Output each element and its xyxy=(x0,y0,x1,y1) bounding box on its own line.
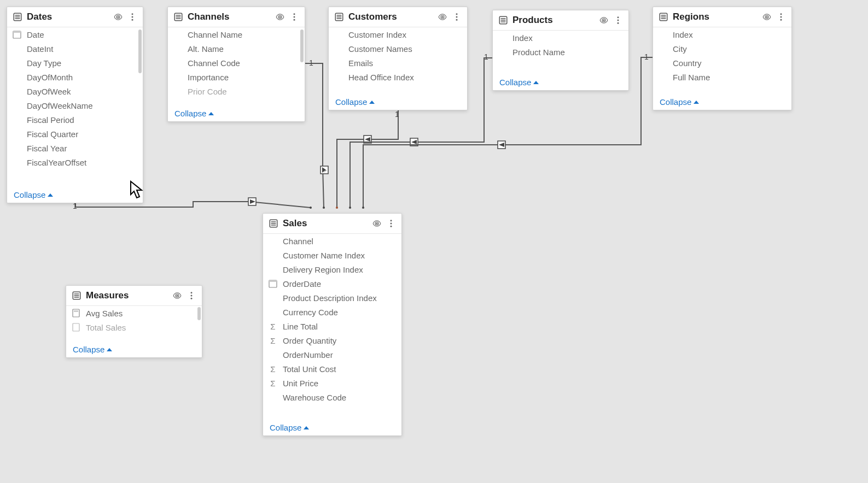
svg-rect-54 xyxy=(661,18,666,19)
field-item[interactable]: Product Description Index xyxy=(263,291,401,305)
field-item[interactable]: Emails xyxy=(329,56,467,70)
svg-point-50 xyxy=(617,22,619,24)
field-item[interactable]: City xyxy=(653,42,791,56)
field-item[interactable]: Country xyxy=(653,56,791,70)
field-item[interactable]: Warehouse Code xyxy=(263,390,401,404)
svg-point-64 xyxy=(391,220,392,221)
eye-icon[interactable] xyxy=(113,12,123,22)
field-item[interactable]: Customer Index xyxy=(329,27,467,42)
field-label: DayOfMonth xyxy=(27,73,73,82)
field-item[interactable]: Fiscal Year xyxy=(7,141,143,155)
more-icon[interactable] xyxy=(386,219,396,228)
collapse-button[interactable]: Collapse xyxy=(66,341,202,357)
more-icon[interactable] xyxy=(776,12,786,22)
chevron-up-icon xyxy=(369,101,375,104)
more-icon[interactable] xyxy=(452,12,462,22)
field-item[interactable]: Channel Code xyxy=(168,56,305,70)
field-item[interactable]: ΣLine Total xyxy=(263,319,401,333)
field-item[interactable]: Date xyxy=(7,27,143,42)
field-item[interactable]: Alt. Name xyxy=(168,42,305,56)
collapse-button[interactable]: Collapse xyxy=(263,420,401,435)
eye-icon[interactable] xyxy=(438,12,447,22)
svg-rect-18 xyxy=(15,15,20,16)
field-item[interactable]: OrderDate xyxy=(263,276,401,291)
more-icon[interactable] xyxy=(187,291,196,301)
table-sales[interactable]: Sales Channel Customer Name Index Delive… xyxy=(263,213,402,436)
sigma-icon: Σ xyxy=(269,364,277,373)
collapse-button[interactable]: Collapse xyxy=(493,74,628,90)
eye-icon[interactable] xyxy=(372,219,382,228)
field-item[interactable]: Currency Code xyxy=(263,305,401,319)
field-item[interactable]: Fiscal Quarter xyxy=(7,127,143,141)
field-item[interactable]: Index xyxy=(493,31,628,45)
eye-icon[interactable] xyxy=(762,12,772,22)
field-item[interactable]: DayOfWeek xyxy=(7,84,143,98)
field-label: Fiscal Period xyxy=(27,115,74,125)
eye-icon[interactable] xyxy=(599,15,609,25)
table-channels[interactable]: Channels Channel Name Alt. Name Channel … xyxy=(167,7,305,122)
table-customers[interactable]: Customers Customer Index Customer Names … xyxy=(328,7,468,110)
svg-point-33 xyxy=(294,16,295,18)
field-item[interactable]: Customer Names xyxy=(329,42,467,56)
field-item[interactable]: Day Type xyxy=(7,56,143,70)
field-item[interactable]: Channel xyxy=(263,234,401,248)
field-item[interactable]: Importance xyxy=(168,70,305,84)
sigma-icon: Σ xyxy=(269,379,277,387)
field-item[interactable]: ΣUnit Price xyxy=(263,376,401,390)
svg-rect-78 xyxy=(74,310,78,312)
field-item[interactable]: ΣOrder Quantity xyxy=(263,333,401,347)
table-header-channels[interactable]: Channels xyxy=(168,7,305,27)
field-item[interactable]: Fiscal Period xyxy=(7,113,143,127)
eye-icon[interactable] xyxy=(172,291,182,301)
field-item[interactable]: DayOfWeekName xyxy=(7,98,143,113)
table-header-sales[interactable]: Sales xyxy=(263,214,401,234)
field-item[interactable]: DateInt xyxy=(7,42,143,56)
more-icon[interactable] xyxy=(127,12,137,22)
calendar-icon xyxy=(269,279,277,288)
field-item[interactable]: Avg Sales xyxy=(66,306,202,320)
field-item[interactable]: DayOfMonth xyxy=(7,70,143,84)
table-header-products[interactable]: Products xyxy=(493,10,628,31)
table-header-dates[interactable]: Dates xyxy=(7,7,143,27)
chevron-up-icon xyxy=(48,193,53,197)
table-regions[interactable]: Regions Index City Country Full Name Col… xyxy=(653,7,792,110)
collapse-button[interactable]: Collapse xyxy=(168,105,305,121)
eye-icon[interactable] xyxy=(275,12,285,22)
field-label: OrderNumber xyxy=(283,350,333,360)
field-label: Product Description Index xyxy=(283,293,377,303)
more-icon[interactable] xyxy=(613,15,623,25)
svg-rect-19 xyxy=(15,16,20,17)
field-item[interactable]: Channel Name xyxy=(168,27,305,42)
field-item[interactable]: Delivery Region Index xyxy=(263,262,401,276)
table-products[interactable]: Products Index Product Name Collapse xyxy=(492,10,629,91)
svg-rect-26 xyxy=(13,31,21,33)
more-icon[interactable] xyxy=(289,12,299,22)
table-title: Channels xyxy=(188,11,271,22)
field-item[interactable]: Customer Name Index xyxy=(263,248,401,262)
field-item[interactable]: OrderNumber xyxy=(263,347,401,362)
field-item[interactable]: FiscalYearOffset xyxy=(7,155,143,169)
field-label: Total Unit Cost xyxy=(283,364,336,374)
table-header-measures[interactable]: Measures xyxy=(66,286,202,306)
collapse-label: Collapse xyxy=(14,190,45,199)
table-header-customers[interactable]: Customers xyxy=(329,7,467,27)
collapse-button[interactable]: Collapse xyxy=(7,187,143,203)
field-item[interactable]: Product Name xyxy=(493,45,628,59)
field-item[interactable]: Index xyxy=(653,27,791,42)
collapse-button[interactable]: Collapse xyxy=(653,94,791,110)
svg-rect-6 xyxy=(364,136,371,143)
table-dates[interactable]: Dates Date DateInt Day Type DayOfMonth D… xyxy=(7,7,143,203)
field-label: Customer Names xyxy=(348,44,412,54)
table-measures[interactable]: Measures Avg Sales Total Sales Collapse xyxy=(66,285,202,358)
field-item[interactable]: Prior Code xyxy=(168,84,305,98)
field-item[interactable]: Head Office Index xyxy=(329,70,467,84)
field-item[interactable]: ΣTotal Unit Cost xyxy=(263,362,401,376)
field-item[interactable]: Full Name xyxy=(653,70,791,84)
collapse-button[interactable]: Collapse xyxy=(329,94,467,110)
table-header-regions[interactable]: Regions xyxy=(653,7,791,27)
field-item[interactable]: Total Sales xyxy=(66,320,202,334)
svg-rect-72 xyxy=(74,297,79,298)
table-icon xyxy=(13,12,22,22)
svg-rect-30 xyxy=(176,18,181,19)
chevron-up-icon xyxy=(304,426,309,429)
